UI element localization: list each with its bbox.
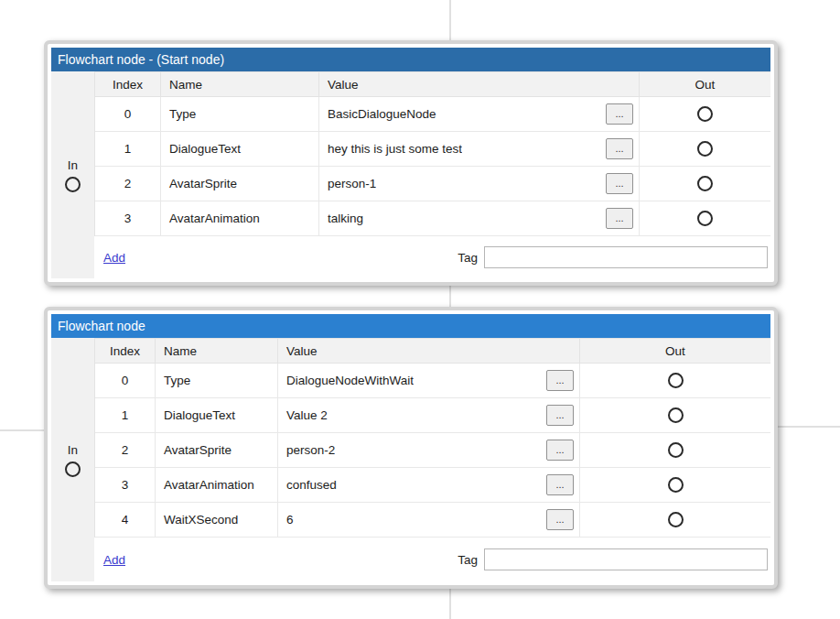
table-row: 1DialogueTextValue 2... [95, 398, 770, 433]
ellipsis-button[interactable]: ... [606, 173, 633, 194]
node-footer: Add Tag [94, 236, 770, 278]
row-out-cell [580, 468, 770, 502]
row-value-text: confused [286, 478, 337, 492]
table-row: 0TypeBasicDialogueNode... [95, 97, 770, 132]
table-row: 1DialogueTexthey this is just some test.… [95, 132, 770, 167]
out-port[interactable] [697, 141, 713, 157]
out-port[interactable] [668, 477, 684, 493]
ellipsis-button[interactable]: ... [546, 370, 574, 391]
out-port[interactable] [668, 512, 684, 527]
row-index-cell: 1 [95, 398, 156, 432]
table-row: 0TypeDialogueNodeWithWait... [95, 364, 770, 398]
out-port[interactable] [697, 106, 713, 122]
connector-line-bottom [449, 589, 451, 619]
table-row: 2AvatarSpriteperson-2... [95, 433, 770, 468]
row-value-cell: person-2... [278, 433, 580, 467]
out-port[interactable] [697, 211, 713, 226]
in-port[interactable] [65, 462, 81, 477]
table-row: 3AvatarAnimationtalking... [95, 201, 770, 236]
row-index-cell: 1 [95, 132, 161, 166]
column-header-index: Index [95, 72, 161, 96]
row-out-cell [580, 433, 770, 467]
out-port[interactable] [668, 373, 684, 388]
row-value-cell: hey this is just some test... [319, 132, 640, 166]
node-table-area: Index Name Value Out 0TypeDialogueNodeWi… [94, 338, 770, 581]
table-row: 2AvatarSpriteperson-1... [95, 167, 770, 201]
in-connector-area: In [51, 71, 94, 278]
ellipsis-button[interactable]: ... [546, 405, 574, 426]
ellipsis-button[interactable]: ... [546, 440, 574, 461]
row-name-cell: AvatarAnimation [161, 201, 319, 235]
out-port[interactable] [697, 176, 713, 191]
connector-line-top [449, 0, 451, 40]
node-table-area: Index Name Value Out 0TypeBasicDialogueN… [94, 71, 770, 278]
column-header-name: Name [156, 339, 278, 363]
ellipsis-button[interactable]: ... [606, 208, 633, 229]
add-row-link[interactable]: Add [103, 251, 125, 265]
column-header-value: Value [319, 72, 640, 96]
column-header-value: Value [278, 339, 580, 363]
row-name-cell: AvatarSprite [156, 433, 278, 467]
tag-label: Tag [458, 251, 478, 265]
row-index-cell: 3 [95, 468, 156, 502]
row-out-cell [580, 364, 770, 397]
row-value-text: person-1 [328, 177, 376, 190]
row-name-cell: AvatarSprite [161, 167, 319, 201]
row-name-cell: AvatarAnimation [156, 468, 278, 502]
node-title-bar[interactable]: Flowchart node [51, 314, 770, 338]
connector-line-right [778, 426, 840, 428]
node-title-bar[interactable]: Flowchart node - (Start node) [51, 48, 770, 71]
flowchart-node-start[interactable]: Flowchart node - (Start node) In Index N… [44, 40, 778, 286]
ellipsis-button[interactable]: ... [606, 103, 633, 125]
row-name-cell: Type [156, 364, 278, 397]
in-label: In [68, 443, 78, 457]
row-value-text: 6 [286, 513, 294, 527]
ellipsis-button[interactable]: ... [546, 509, 574, 530]
add-row-link[interactable]: Add [103, 553, 125, 567]
row-value-cell: DialogueNodeWithWait... [278, 364, 580, 397]
row-out-cell [640, 132, 770, 166]
in-label: In [68, 158, 78, 172]
row-value-text: Value 2 [286, 408, 328, 422]
in-port[interactable] [65, 177, 81, 192]
row-value-cell: Value 2... [278, 398, 580, 432]
row-out-cell [640, 97, 770, 131]
row-index-cell: 2 [95, 433, 156, 467]
tag-input[interactable] [484, 548, 768, 570]
ellipsis-button[interactable]: ... [546, 474, 574, 495]
node-footer: Add Tag [94, 538, 770, 581]
column-header-out: Out [640, 72, 770, 96]
tag-label: Tag [458, 553, 478, 567]
column-header-out: Out [580, 339, 770, 363]
row-value-text: hey this is just some test [328, 142, 462, 156]
row-value-cell: confused... [278, 468, 580, 502]
row-value-text: DialogueNodeWithWait [286, 374, 414, 387]
row-name-cell: Type [161, 97, 319, 131]
row-name-cell: DialogueText [161, 132, 319, 166]
node-content: In Index Name Value Out 0TypeBasicDialog… [51, 71, 770, 278]
row-value-cell: talking... [319, 201, 640, 235]
tag-input[interactable] [484, 246, 768, 268]
row-out-cell [640, 167, 770, 201]
row-value-text: talking [328, 212, 363, 225]
table-row: 3AvatarAnimationconfused... [95, 468, 770, 503]
out-port[interactable] [668, 407, 684, 423]
row-value-text: person-2 [286, 443, 335, 457]
connector-line-left [0, 429, 44, 431]
ellipsis-button[interactable]: ... [606, 138, 633, 159]
table-header: Index Name Value Out [94, 338, 770, 364]
node-content: In Index Name Value Out 0TypeDialogueNod… [51, 338, 770, 581]
row-out-cell [580, 398, 770, 432]
row-value-text: BasicDialogueNode [328, 107, 436, 121]
out-port[interactable] [668, 442, 684, 458]
table-rows: 0TypeDialogueNodeWithWait...1DialogueTex… [94, 364, 770, 538]
row-index-cell: 0 [95, 364, 156, 397]
row-index-cell: 0 [95, 97, 161, 131]
row-value-cell: BasicDialogueNode... [319, 97, 640, 131]
in-connector-area: In [51, 338, 94, 581]
flowchart-node-2[interactable]: Flowchart node In Index Name Value Out 0… [44, 307, 778, 589]
connector-line-middle [449, 286, 451, 307]
column-header-index: Index [95, 339, 156, 363]
row-index-cell: 2 [95, 167, 161, 201]
row-value-cell: 6... [278, 503, 580, 537]
